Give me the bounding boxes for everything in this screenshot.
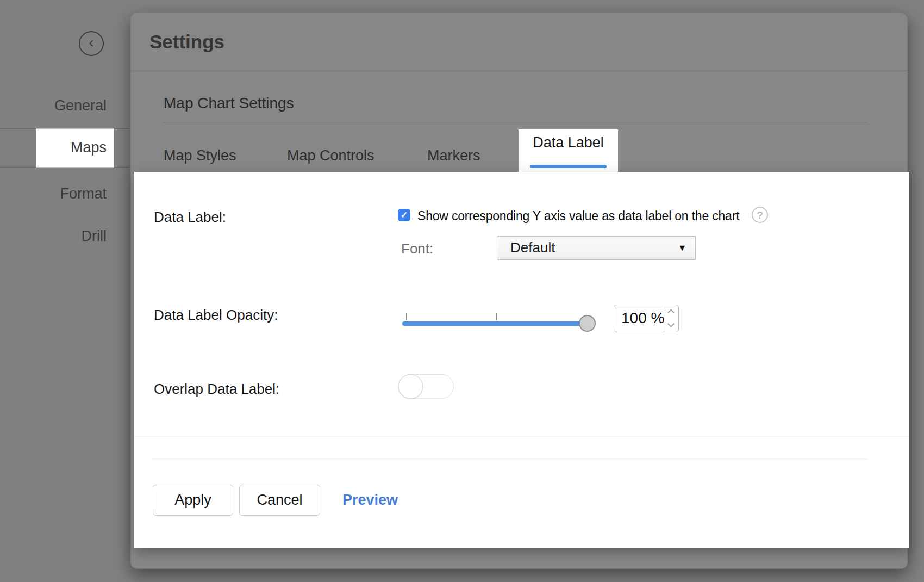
opacity-row-label: Data Label Opacity: (154, 307, 278, 323)
tab-data-label[interactable]: Data Label (519, 129, 618, 172)
font-dropdown-value: Default (510, 237, 555, 259)
check-icon: ✓ (400, 210, 408, 220)
font-label: Font: (401, 240, 433, 257)
data-label-row-label: Data Label: (154, 209, 226, 225)
chevron-down-icon (667, 320, 675, 327)
help-icon[interactable]: ? (752, 207, 768, 223)
spinner-up-button[interactable] (664, 305, 678, 319)
slider-tick-0 (406, 313, 407, 320)
show-data-label-checkbox[interactable]: ✓ (398, 209, 410, 221)
opacity-slider-handle[interactable] (579, 315, 596, 332)
toggle-knob (398, 374, 423, 399)
overlap-toggle[interactable] (398, 374, 454, 399)
preview-link[interactable]: Preview (342, 485, 398, 516)
opacity-value-input[interactable]: 100 % (614, 305, 679, 332)
overlap-row-label: Overlap Data Label: (154, 381, 279, 397)
tab-data-label-text: Data Label (519, 134, 618, 151)
opacity-slider-track[interactable] (402, 321, 588, 326)
apply-button[interactable]: Apply (153, 485, 233, 516)
data-label-settings-panel: Data Label: ✓ Show corresponding Y axis … (134, 172, 909, 548)
dropdown-arrow-icon: ▼ (678, 237, 686, 259)
active-tab-underline (530, 165, 607, 168)
footer-divider (153, 459, 867, 459)
chevron-up-icon (667, 309, 675, 316)
opacity-value-text: 100 % (621, 305, 664, 331)
font-dropdown[interactable]: Default ▼ (497, 236, 696, 260)
slider-tick-50 (496, 313, 497, 320)
show-data-label-checkbox-label[interactable]: Show corresponding Y axis value as data … (417, 208, 739, 224)
sidebar-item-maps[interactable]: Maps (36, 128, 114, 168)
cancel-button[interactable]: Cancel (239, 485, 320, 516)
opacity-spinner (664, 305, 678, 332)
spinner-down-button[interactable] (664, 319, 678, 332)
footer-top-border (134, 436, 909, 437)
